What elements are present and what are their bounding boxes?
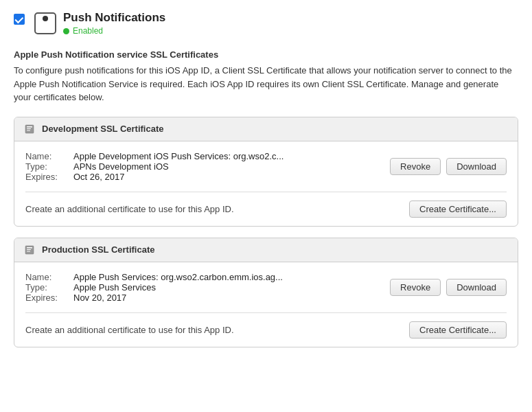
enabled-badge: Enabled xyxy=(63,26,165,36)
development-ssl-panel: Development SSL Certificate Name: Apple … xyxy=(14,117,518,227)
prod-panel-title: Production SSL Certificate xyxy=(42,244,154,255)
production-ssl-panel: Production SSL Certificate Name: Apple P… xyxy=(14,238,518,347)
dev-additional-text: Create an additional certificate to use … xyxy=(25,204,234,214)
dev-expires-value: Oct 26, 2017 xyxy=(73,172,124,182)
dev-create-cert-button[interactable]: Create Certificate... xyxy=(409,201,507,218)
description-heading: Apple Push Notification service SSL Cert… xyxy=(14,49,518,60)
prod-cert-name-row: Name: Apple Push Services: org.wso2.carb… xyxy=(25,272,390,282)
prod-name-label: Name: xyxy=(25,272,73,282)
push-notifications-checkbox[interactable] xyxy=(14,14,25,25)
prod-additional-row: Create an additional certificate to use … xyxy=(14,313,518,347)
prod-download-button[interactable]: Download xyxy=(446,279,507,296)
prod-type-label: Type: xyxy=(25,282,73,293)
dev-name-label: Name: xyxy=(25,151,73,161)
prod-name-value: Apple Push Services: org.wso2.carbon.emm… xyxy=(73,272,283,282)
dev-cert-name-row: Name: Apple Development iOS Push Service… xyxy=(25,151,390,161)
dev-additional-row: Create an additional certificate to use … xyxy=(14,192,518,226)
prod-cert-info-row: Name: Apple Push Services: org.wso2.carb… xyxy=(14,262,518,312)
dev-action-buttons: Revoke Download xyxy=(390,158,507,175)
dev-cert-info: Name: Apple Development iOS Push Service… xyxy=(25,151,390,182)
title-block: Push Notifications Enabled xyxy=(63,11,165,36)
svg-rect-6 xyxy=(27,249,31,250)
page-title: Push Notifications xyxy=(63,11,165,25)
prod-cert-expires-row: Expires: Nov 20, 2017 xyxy=(25,293,390,303)
prod-revoke-button[interactable]: Revoke xyxy=(390,279,441,296)
prod-additional-text: Create an additional certificate to use … xyxy=(25,325,234,335)
dev-revoke-button[interactable]: Revoke xyxy=(390,158,441,175)
cert-icon-dev xyxy=(24,123,36,135)
header-row: Push Notifications Enabled xyxy=(14,11,518,36)
dev-expires-label: Expires: xyxy=(25,172,73,182)
dev-type-value: APNs Development iOS xyxy=(73,161,169,172)
prod-action-buttons: Revoke Download xyxy=(390,279,507,296)
dev-panel-title: Development SSL Certificate xyxy=(42,124,163,134)
svg-rect-2 xyxy=(27,128,31,129)
dev-cert-type-row: Type: APNs Development iOS xyxy=(25,161,390,172)
description-body: To configure push notifications for this… xyxy=(14,64,518,104)
dev-panel-header: Development SSL Certificate xyxy=(14,117,518,141)
prod-cert-info: Name: Apple Push Services: org.wso2.carb… xyxy=(25,272,390,303)
prod-cert-type-row: Type: Apple Push Services xyxy=(25,282,390,293)
cert-icon-prod xyxy=(24,244,36,256)
dev-download-button[interactable]: Download xyxy=(446,158,507,175)
prod-create-cert-button[interactable]: Create Certificate... xyxy=(409,321,507,339)
prod-expires-label: Expires: xyxy=(25,293,73,303)
prod-type-value: Apple Push Services xyxy=(73,282,156,293)
prod-panel-header: Production SSL Certificate xyxy=(14,238,518,262)
dev-cert-info-row: Name: Apple Development iOS Push Service… xyxy=(14,141,518,192)
svg-rect-1 xyxy=(27,126,32,128)
status-text: Enabled xyxy=(73,26,103,36)
status-dot xyxy=(63,28,69,34)
phone-icon-area xyxy=(34,12,56,34)
prod-expires-value: Nov 20, 2017 xyxy=(73,293,126,303)
description-section: Apple Push Notification service SSL Cert… xyxy=(14,49,518,104)
dev-type-label: Type: xyxy=(25,161,73,172)
phone-icon xyxy=(34,12,56,34)
dev-name-value: Apple Development iOS Push Services: org… xyxy=(73,151,284,161)
svg-rect-3 xyxy=(27,130,30,130)
svg-rect-5 xyxy=(27,247,32,249)
dev-cert-expires-row: Expires: Oct 26, 2017 xyxy=(25,172,390,182)
svg-rect-7 xyxy=(27,251,30,251)
